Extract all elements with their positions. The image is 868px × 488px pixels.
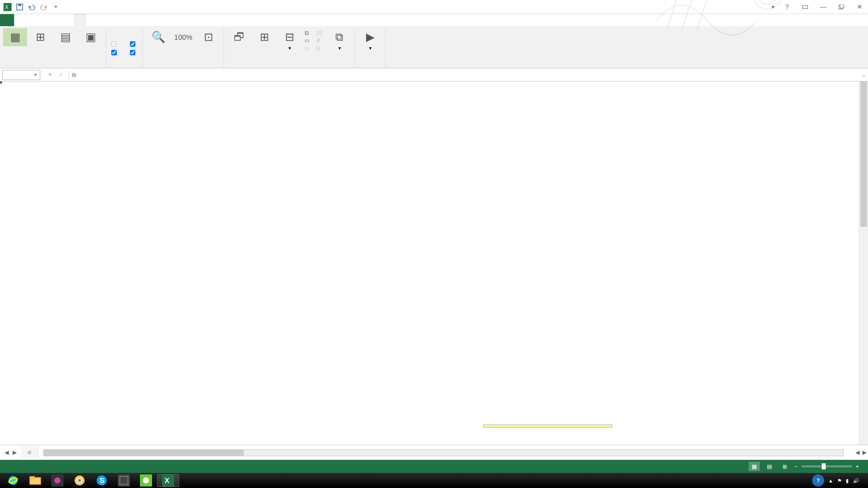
tab-review[interactable] <box>64 14 75 26</box>
chrome-icon[interactable] <box>68 474 91 487</box>
view-pagebreak-icon[interactable]: ⊞ <box>779 462 790 471</box>
title-bar: X ▼ ▼ ? — ✕ <box>0 0 868 14</box>
normal-view-button[interactable]: ▦ <box>3 28 27 46</box>
tab-home[interactable] <box>14 14 24 26</box>
group-label-views <box>3 66 103 68</box>
svg-point-18 <box>78 479 81 482</box>
comment-note <box>483 425 612 428</box>
ie-icon[interactable] <box>2 474 24 487</box>
add-sheet-button[interactable]: ⊕ <box>21 446 38 459</box>
zoom-in-icon[interactable]: + <box>856 463 859 469</box>
freeze-button[interactable]: ⊟ ▾ <box>277 28 302 52</box>
svg-rect-7 <box>803 6 808 9</box>
view-normal-icon[interactable]: ▦ <box>749 462 760 471</box>
zoom-slider[interactable] <box>802 465 852 467</box>
close-icon[interactable]: ✕ <box>853 2 866 12</box>
tab-file[interactable] <box>0 14 14 26</box>
svg-text:X: X <box>5 5 9 10</box>
help-bubble-icon[interactable]: ? <box>812 474 824 486</box>
svg-point-15 <box>54 477 60 483</box>
app-icon-2[interactable] <box>113 474 135 487</box>
tab-quickbooks[interactable] <box>86 14 96 26</box>
explorer-icon[interactable] <box>24 474 46 487</box>
maximize-icon[interactable] <box>835 2 848 12</box>
zoom-out-icon[interactable]: − <box>794 463 797 469</box>
zoom-button[interactable]: 🔍 <box>146 28 170 46</box>
ribbon: ▦ ⊞ ▤ ▣ 🔍 100% ⊡ 🗗 ⊞ <box>0 26 868 68</box>
group-label-window <box>227 66 351 68</box>
help-icon[interactable]: ? <box>780 2 793 12</box>
view-pagelayout-icon[interactable]: ▤ <box>764 462 775 471</box>
sidebyside-button[interactable]: ▯▯ <box>314 29 326 37</box>
windows-taskbar: S X ? ▲ ⚑ ▮ 🔊 <box>0 473 868 488</box>
formula-input[interactable] <box>80 70 859 80</box>
tray-network-icon[interactable]: ▮ <box>846 478 849 483</box>
sheet-tab-bar: ◀ ▶ ⊕ ◀ ▶ <box>0 445 868 460</box>
group-label-show <box>109 66 139 68</box>
svg-rect-6 <box>18 4 21 6</box>
syncscroll-button[interactable]: ⇵ <box>314 37 326 44</box>
expand-formula-icon[interactable]: ⌄ <box>859 71 868 78</box>
minimize-icon[interactable]: — <box>817 2 830 12</box>
ribbon-collapse-icon[interactable] <box>799 2 812 12</box>
cancel-formula-icon[interactable]: ✕ <box>45 70 54 79</box>
group-label-zoom <box>146 66 221 68</box>
gridlines-checkbox[interactable] <box>109 49 121 56</box>
sheet-nav-next-icon[interactable]: ▶ <box>11 449 18 456</box>
pagelayout-button[interactable]: ▤ <box>53 28 78 46</box>
fx-icon[interactable]: fx <box>69 72 80 78</box>
tab-insert[interactable] <box>24 14 34 26</box>
formula-bar: ▼ ✕ ✓ fx ⌄ <box>0 68 868 82</box>
hide-button[interactable]: ▭ <box>303 37 313 44</box>
excel-icon[interactable]: X <box>2 2 13 13</box>
resetpos-button[interactable]: ⊡ <box>314 44 326 52</box>
ribbon-tabs <box>0 14 868 26</box>
vertical-scrollbar[interactable] <box>859 82 868 445</box>
tray-flag-icon[interactable]: ⚑ <box>837 478 842 483</box>
accept-formula-icon[interactable]: ✓ <box>56 70 65 79</box>
app-icon-3[interactable] <box>135 474 157 487</box>
horizontal-scrollbar[interactable] <box>43 449 844 456</box>
split-button[interactable]: ⊟ <box>303 29 313 37</box>
tab-pagelayout[interactable] <box>34 14 44 26</box>
excel-task-icon[interactable]: X <box>157 474 179 487</box>
formulabar-checkbox[interactable] <box>128 40 139 48</box>
redo-icon[interactable] <box>38 2 49 13</box>
name-box[interactable]: ▼ <box>2 70 40 80</box>
scroll-left-icon[interactable]: ◀ <box>854 449 861 456</box>
customviews-button[interactable]: ▣ <box>79 28 103 46</box>
tab-data[interactable] <box>54 14 64 26</box>
headings-checkbox[interactable] <box>128 49 139 56</box>
skype-icon[interactable]: S <box>91 474 113 487</box>
svg-point-24 <box>143 477 149 483</box>
save-icon[interactable] <box>14 2 25 13</box>
macros-button[interactable]: ▶ ▾ <box>358 28 382 52</box>
scroll-right-icon[interactable]: ▶ <box>861 449 868 456</box>
tray-volume-icon[interactable]: 🔊 <box>853 478 859 483</box>
svg-rect-13 <box>30 476 35 478</box>
svg-text:S: S <box>100 476 104 484</box>
app-icon-1[interactable] <box>46 474 68 487</box>
group-label-macros <box>358 66 382 68</box>
selection-indicator <box>0 82 2 84</box>
qat-dropdown-icon[interactable]: ▼ <box>50 2 61 13</box>
tray-up-icon[interactable]: ▲ <box>828 478 833 483</box>
zoom100-button[interactable]: 100% <box>171 28 195 46</box>
unhide-button[interactable]: ▭ <box>303 44 313 52</box>
newwindow-button[interactable]: 🗗 <box>227 28 251 46</box>
status-bar: ▦ ▤ ⊞ − + <box>0 460 868 473</box>
sheet-nav-prev-icon[interactable]: ◀ <box>3 449 10 456</box>
arrangeall-button[interactable]: ⊞ <box>252 28 276 46</box>
tab-view[interactable] <box>75 14 86 26</box>
pagebreak-button[interactable]: ⊞ <box>28 28 52 46</box>
svg-text:X: X <box>165 476 170 484</box>
switchwindows-button[interactable]: ⧉ ▾ <box>327 28 351 52</box>
tab-formulas[interactable] <box>44 14 54 26</box>
ruler-checkbox[interactable] <box>109 40 121 48</box>
spreadsheet-grid[interactable] <box>0 82 859 445</box>
quick-access-toolbar: X ▼ <box>2 2 61 13</box>
undo-icon[interactable] <box>26 2 37 13</box>
zoom-selection-button[interactable]: ⊡ <box>196 28 221 46</box>
svg-rect-9 <box>840 5 844 8</box>
